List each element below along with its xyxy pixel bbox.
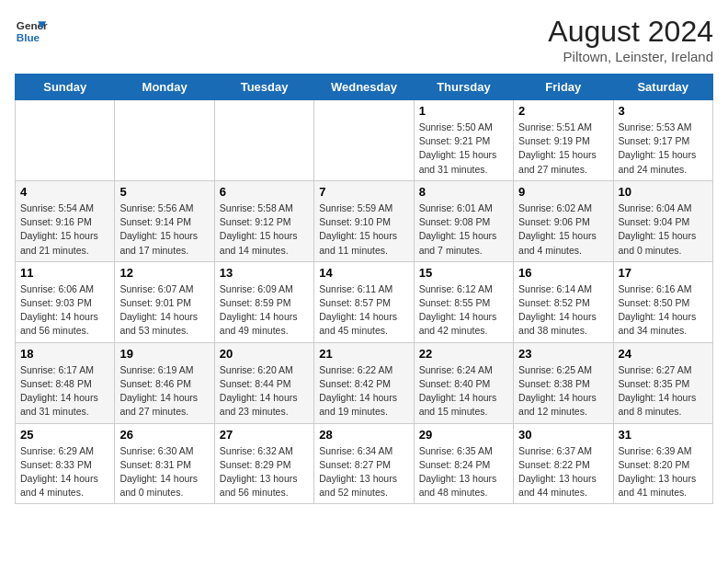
day-number: 24 (619, 347, 708, 361)
calendar-cell: 8Sunrise: 6:01 AMSunset: 9:08 PMDaylight… (414, 180, 513, 261)
day-number: 16 (518, 266, 608, 280)
day-info: Sunrise: 6:24 AMSunset: 8:40 PMDaylight:… (419, 363, 508, 419)
calendar-cell: 25Sunrise: 6:29 AMSunset: 8:33 PMDayligh… (16, 423, 115, 504)
calendar-cell: 11Sunrise: 6:06 AMSunset: 9:03 PMDayligh… (16, 261, 115, 342)
calendar-cell: 30Sunrise: 6:37 AMSunset: 8:22 PMDayligh… (514, 423, 613, 504)
calendar-cell: 21Sunrise: 6:22 AMSunset: 8:42 PMDayligh… (314, 342, 414, 423)
day-info: Sunrise: 6:19 AMSunset: 8:46 PMDaylight:… (119, 363, 209, 419)
day-number: 17 (619, 266, 708, 280)
day-info: Sunrise: 5:59 AMSunset: 9:10 PMDaylight:… (319, 201, 408, 258)
day-info: Sunrise: 6:39 AMSunset: 8:20 PMDaylight:… (619, 444, 708, 500)
day-info: Sunrise: 5:50 AMSunset: 9:21 PMDaylight:… (419, 121, 508, 177)
calendar-cell: 4Sunrise: 5:54 AMSunset: 9:16 PMDaylight… (16, 180, 115, 261)
day-info: Sunrise: 6:20 AMSunset: 8:44 PMDaylight:… (220, 363, 309, 419)
calendar-table: SundayMondayTuesdayWednesdayThursdayFrid… (15, 74, 713, 504)
day-info: Sunrise: 6:32 AMSunset: 8:29 PMDaylight:… (220, 444, 309, 500)
calendar-cell: 7Sunrise: 5:59 AMSunset: 9:10 PMDaylight… (314, 180, 414, 261)
day-info: Sunrise: 6:07 AMSunset: 9:01 PMDaylight:… (119, 282, 209, 339)
calendar-cell: 5Sunrise: 5:56 AMSunset: 9:14 PMDaylight… (115, 180, 214, 261)
day-number: 29 (419, 428, 508, 442)
calendar-cell: 14Sunrise: 6:11 AMSunset: 8:57 PMDayligh… (314, 261, 414, 342)
page-subtitle: Piltown, Leinster, Ireland (548, 49, 713, 64)
day-number: 9 (518, 185, 608, 199)
day-number: 13 (220, 266, 309, 280)
day-header-thursday: Thursday (414, 75, 513, 100)
day-info: Sunrise: 5:53 AMSunset: 9:17 PMDaylight:… (619, 121, 708, 177)
day-header-friday: Friday (514, 75, 613, 100)
calendar-cell: 17Sunrise: 6:16 AMSunset: 8:50 PMDayligh… (613, 261, 712, 342)
calendar-cell: 9Sunrise: 6:02 AMSunset: 9:06 PMDaylight… (514, 180, 613, 261)
day-info: Sunrise: 6:01 AMSunset: 9:08 PMDaylight:… (419, 201, 508, 258)
day-info: Sunrise: 6:16 AMSunset: 8:50 PMDaylight:… (619, 282, 708, 339)
calendar-cell: 20Sunrise: 6:20 AMSunset: 8:44 PMDayligh… (214, 342, 313, 423)
day-header-tuesday: Tuesday (214, 75, 313, 100)
day-number: 26 (119, 428, 209, 442)
calendar-cell: 13Sunrise: 6:09 AMSunset: 8:59 PMDayligh… (214, 261, 313, 342)
calendar-cell: 23Sunrise: 6:25 AMSunset: 8:38 PMDayligh… (514, 342, 613, 423)
day-info: Sunrise: 6:30 AMSunset: 8:31 PMDaylight:… (119, 444, 209, 500)
day-info: Sunrise: 6:17 AMSunset: 8:48 PMDaylight:… (20, 363, 109, 419)
calendar-cell (16, 100, 115, 181)
calendar-cell: 1Sunrise: 5:50 AMSunset: 9:21 PMDaylight… (414, 100, 513, 181)
calendar-cell: 24Sunrise: 6:27 AMSunset: 8:35 PMDayligh… (613, 342, 712, 423)
calendar-cell (115, 100, 214, 181)
day-info: Sunrise: 6:22 AMSunset: 8:42 PMDaylight:… (319, 363, 408, 419)
day-info: Sunrise: 6:34 AMSunset: 8:27 PMDaylight:… (319, 444, 408, 500)
day-number: 15 (419, 266, 508, 280)
day-info: Sunrise: 6:25 AMSunset: 8:38 PMDaylight:… (518, 363, 608, 419)
calendar-header: SundayMondayTuesdayWednesdayThursdayFrid… (16, 75, 713, 100)
calendar-cell: 27Sunrise: 6:32 AMSunset: 8:29 PMDayligh… (214, 423, 313, 504)
day-info: Sunrise: 6:14 AMSunset: 8:52 PMDaylight:… (518, 282, 608, 339)
day-info: Sunrise: 6:35 AMSunset: 8:24 PMDaylight:… (419, 444, 508, 500)
logo: General Blue (15, 15, 48, 48)
day-info: Sunrise: 6:06 AMSunset: 9:03 PMDaylight:… (20, 282, 109, 339)
day-number: 7 (319, 185, 408, 199)
calendar-cell: 15Sunrise: 6:12 AMSunset: 8:55 PMDayligh… (414, 261, 513, 342)
calendar-cell: 12Sunrise: 6:07 AMSunset: 9:01 PMDayligh… (115, 261, 214, 342)
title-area: August 2024 Piltown, Leinster, Ireland (548, 15, 713, 64)
calendar-cell: 2Sunrise: 5:51 AMSunset: 9:19 PMDaylight… (514, 100, 613, 181)
day-number: 27 (220, 428, 309, 442)
page-title: August 2024 (548, 15, 713, 49)
calendar-cell: 29Sunrise: 6:35 AMSunset: 8:24 PMDayligh… (414, 423, 513, 504)
day-info: Sunrise: 6:37 AMSunset: 8:22 PMDaylight:… (518, 444, 608, 500)
day-number: 3 (619, 104, 708, 118)
calendar-cell: 16Sunrise: 6:14 AMSunset: 8:52 PMDayligh… (514, 261, 613, 342)
day-header-sunday: Sunday (16, 75, 115, 100)
calendar-cell (314, 100, 414, 181)
calendar-cell: 26Sunrise: 6:30 AMSunset: 8:31 PMDayligh… (115, 423, 214, 504)
calendar-cell: 19Sunrise: 6:19 AMSunset: 8:46 PMDayligh… (115, 342, 214, 423)
day-number: 11 (20, 266, 109, 280)
day-info: Sunrise: 6:11 AMSunset: 8:57 PMDaylight:… (319, 282, 408, 339)
calendar-cell: 10Sunrise: 6:04 AMSunset: 9:04 PMDayligh… (613, 180, 712, 261)
day-header-saturday: Saturday (613, 75, 712, 100)
day-number: 10 (619, 185, 708, 199)
calendar-body: 1Sunrise: 5:50 AMSunset: 9:21 PMDaylight… (16, 100, 713, 504)
day-number: 14 (319, 266, 408, 280)
day-info: Sunrise: 6:12 AMSunset: 8:55 PMDaylight:… (419, 282, 508, 339)
day-number: 18 (20, 347, 109, 361)
day-info: Sunrise: 6:27 AMSunset: 8:35 PMDaylight:… (619, 363, 708, 419)
calendar-cell (214, 100, 313, 181)
day-info: Sunrise: 6:02 AMSunset: 9:06 PMDaylight:… (518, 201, 608, 258)
day-number: 6 (220, 185, 309, 199)
day-info: Sunrise: 5:56 AMSunset: 9:14 PMDaylight:… (119, 201, 209, 258)
day-info: Sunrise: 6:04 AMSunset: 9:04 PMDaylight:… (619, 201, 708, 258)
calendar-cell: 6Sunrise: 5:58 AMSunset: 9:12 PMDaylight… (214, 180, 313, 261)
day-number: 22 (419, 347, 508, 361)
day-number: 25 (20, 428, 109, 442)
day-number: 23 (518, 347, 608, 361)
day-number: 12 (119, 266, 209, 280)
day-info: Sunrise: 5:54 AMSunset: 9:16 PMDaylight:… (20, 201, 109, 258)
day-number: 30 (518, 428, 608, 442)
day-number: 20 (220, 347, 309, 361)
calendar-cell: 22Sunrise: 6:24 AMSunset: 8:40 PMDayligh… (414, 342, 513, 423)
day-header-wednesday: Wednesday (314, 75, 414, 100)
day-number: 19 (119, 347, 209, 361)
calendar-cell: 3Sunrise: 5:53 AMSunset: 9:17 PMDaylight… (613, 100, 712, 181)
day-number: 4 (20, 185, 109, 199)
day-number: 21 (319, 347, 408, 361)
day-number: 2 (518, 104, 608, 118)
day-info: Sunrise: 5:51 AMSunset: 9:19 PMDaylight:… (518, 121, 608, 177)
day-info: Sunrise: 5:58 AMSunset: 9:12 PMDaylight:… (220, 201, 309, 258)
